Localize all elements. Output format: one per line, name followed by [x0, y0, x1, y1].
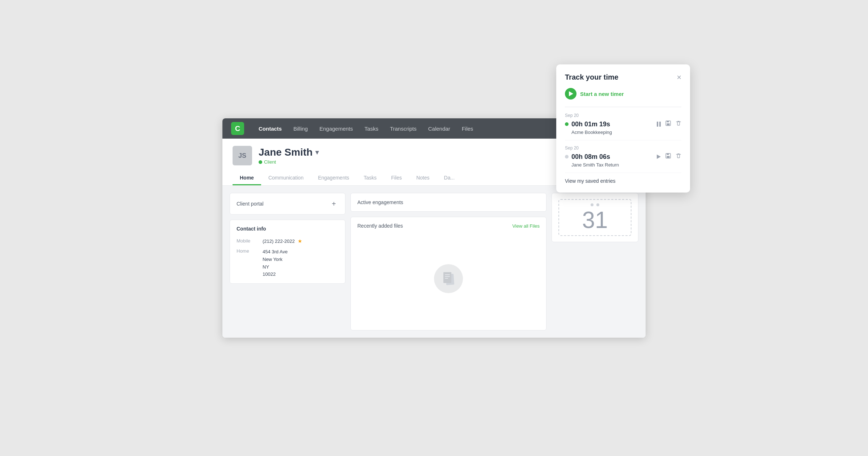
client-status-dot [259, 160, 262, 164]
tab-communication[interactable]: Communication [261, 171, 311, 185]
timer-active-dot [565, 122, 569, 126]
tab-notes[interactable]: Notes [409, 171, 437, 185]
right-column: 31 [552, 193, 638, 330]
contact-info-title: Contact info [230, 220, 345, 236]
timer-divider-3 [565, 173, 681, 173]
contact-tag: Client [259, 159, 319, 165]
content-area: Client portal + Contact info Mobile (212… [222, 186, 646, 338]
mobile-field-row: Mobile (212) 222-2022 ★ [230, 236, 345, 246]
home-field-row: Home 454 3rd AveNew YorkNY10022 [230, 246, 345, 283]
contact-name-block: Jane Smith ▾ Client [259, 147, 319, 165]
timer-entry-1-time: 00h 01m 19s [571, 121, 610, 128]
avatar: JS [233, 146, 252, 165]
chevron-down-icon[interactable]: ▾ [315, 148, 319, 156]
nav-item-billing[interactable]: Billing [288, 118, 314, 139]
upcoming-card: 31 [552, 193, 638, 242]
middle-column: Active engagements Recently added files … [350, 193, 546, 330]
save-entry-2-button[interactable] [665, 153, 671, 161]
start-timer-label: Start a new timer [580, 91, 624, 97]
recently-added-title: Recently added files [357, 223, 403, 229]
tab-engagements[interactable]: Engagements [311, 171, 356, 185]
svg-rect-14 [667, 156, 670, 158]
add-client-portal-button[interactable]: + [329, 199, 339, 208]
files-empty-state [357, 233, 540, 324]
timer-inactive-dot [565, 155, 569, 159]
active-engagements-title: Active engagements [357, 199, 403, 205]
svg-rect-11 [667, 123, 670, 125]
svg-rect-10 [667, 121, 669, 122]
nav-item-calendar[interactable]: Calendar [422, 118, 456, 139]
contact-tag-label: Client [264, 159, 276, 165]
contact-info-card: Contact info Mobile (212) 222-2022 ★ Hom… [230, 220, 345, 284]
svg-rect-8 [445, 278, 448, 279]
timer-entry-2-date: Sep 20 [565, 145, 681, 151]
timer-entry-2-label: Jane Smith Tax Return [565, 162, 681, 168]
delete-entry-2-button[interactable] [676, 153, 681, 161]
recently-added-files-card: Recently added files View all Files [350, 217, 546, 330]
svg-rect-13 [667, 153, 669, 155]
timer-entry-2: Sep 20 00h 08m 06s [565, 145, 681, 168]
play-entry-2-button[interactable] [657, 155, 661, 159]
nav-item-transcripts[interactable]: Transcripts [384, 118, 422, 139]
pause-button[interactable] [657, 122, 661, 127]
file-empty-icon [434, 264, 463, 293]
delete-entry-1-button[interactable] [676, 120, 681, 128]
save-entry-1-button[interactable] [665, 120, 671, 128]
time-tracker-panel: Track your time × Start a new timer Sep … [556, 64, 690, 193]
tab-more[interactable]: Da... [437, 171, 462, 185]
view-saved-entries-link[interactable]: View my saved entries [565, 178, 681, 184]
timer-entry-1-label: Acme Bookkeeping [565, 130, 681, 135]
mobile-label: Mobile [237, 238, 258, 244]
nav-item-files[interactable]: Files [456, 118, 479, 139]
calendar-day: 31 [582, 208, 608, 232]
active-engagements-card: Active engagements [350, 193, 546, 212]
start-new-timer-button[interactable]: Start a new timer [565, 88, 681, 100]
star-icon: ★ [298, 238, 302, 244]
svg-rect-6 [445, 274, 450, 275]
client-portal-card: Client portal + [230, 193, 345, 215]
nav-items: Contacts Billing Engagements Tasks Trans… [253, 118, 479, 139]
nav-item-tasks[interactable]: Tasks [359, 118, 384, 139]
cal-dot-2 [596, 203, 599, 206]
timer-divider-1 [565, 107, 681, 107]
app-logo[interactable]: C [231, 122, 244, 135]
left-column: Client portal + Contact info Mobile (212… [230, 193, 345, 330]
timer-entry-2-time: 00h 08m 06s [571, 153, 610, 161]
tab-tasks[interactable]: Tasks [357, 171, 384, 185]
tab-files[interactable]: Files [384, 171, 409, 185]
time-tracker-title: Track your time [565, 73, 618, 81]
svg-rect-7 [445, 276, 450, 277]
play-circle-icon [565, 88, 576, 100]
client-portal-title: Client portal [237, 201, 264, 207]
play-triangle-icon [569, 91, 573, 96]
timer-entry-1-actions [657, 120, 681, 128]
nav-item-contacts[interactable]: Contacts [253, 118, 288, 139]
address-value: 454 3rd AveNew YorkNY10022 [263, 248, 288, 278]
mobile-value: (212) 222-2022 [263, 238, 295, 244]
svg-rect-5 [443, 272, 451, 283]
timer-divider-2 [565, 140, 681, 140]
tab-home[interactable]: Home [233, 171, 261, 185]
cal-dot-1 [591, 203, 593, 206]
play-icon-sm [657, 155, 661, 159]
timer-entry-1: Sep 20 00h 01m 19s [565, 113, 681, 135]
nav-item-engagements[interactable]: Engagements [314, 118, 359, 139]
timer-entry-1-date: Sep 20 [565, 113, 681, 118]
view-all-files-link[interactable]: View all Files [512, 223, 540, 229]
close-timer-button[interactable]: × [677, 73, 681, 81]
contact-name-text: Jane Smith [259, 147, 312, 158]
calendar-display: 31 [558, 199, 631, 236]
timer-entry-2-actions [657, 153, 681, 161]
home-label: Home [237, 248, 258, 254]
